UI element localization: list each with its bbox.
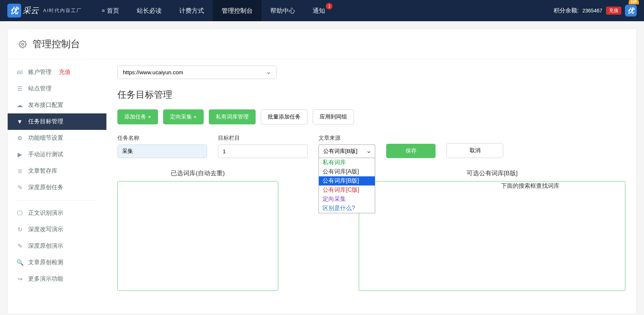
nav-console[interactable]: 管理控制台 — [213, 0, 261, 21]
sidebar-item-original-demo[interactable]: ✎深度原创演示 — [8, 238, 106, 254]
save-col: 保存 — [386, 135, 436, 158]
nav-items: ≡首页 站长必读 计费方式 管理控制台 帮助中心 通知1 — [93, 0, 334, 21]
logo-text: 采云 — [23, 5, 39, 16]
sidebar-item-settings[interactable]: ⚙功能细节设置 — [8, 130, 106, 146]
nav-notify[interactable]: 通知1 — [304, 0, 334, 21]
nav-home[interactable]: ≡首页 — [93, 0, 128, 21]
list-icon: ≡ — [102, 8, 105, 14]
apply-group-button[interactable]: 应用到同组 — [313, 109, 354, 124]
play-icon: ▶ — [16, 151, 23, 158]
sidebar-item-rewrite[interactable]: ↻深度改写演示 — [8, 221, 106, 238]
cancel-button[interactable]: 取消 — [447, 143, 503, 158]
form-row: 任务名称 目标栏目 文章来源 私有词库 公有词库[A版] 公有词库[B版] — [117, 135, 625, 158]
dd-opt-public-c[interactable]: 公有词库[C版] — [319, 185, 375, 195]
dd-opt-public-a[interactable]: 公有词库[A版] — [319, 167, 375, 176]
selected-panel: 已选词库(自动去重) — [117, 169, 278, 291]
sidebar-divider — [16, 200, 98, 200]
search-icon: 🔍 — [16, 259, 23, 266]
sidebar-item-original[interactable]: ✎深度原创任务 — [8, 179, 106, 196]
save-button[interactable]: 保存 — [386, 144, 436, 158]
site-select-wrap: https://www.ucaiyun.com — [117, 65, 276, 79]
sidebar-item-storage[interactable]: ≣文章暂存库 — [8, 163, 106, 179]
notify-badge: 1 — [326, 3, 332, 10]
cancel-col: 取消 — [447, 135, 503, 158]
dd-opt-directed[interactable]: 定向采集 — [319, 195, 375, 204]
nav-must-read[interactable]: 站长必读 — [128, 0, 170, 21]
stack-icon: ≣ — [16, 168, 23, 175]
nav-help[interactable]: 帮助中心 — [261, 0, 304, 21]
dd-opt-private[interactable]: 私有词库 — [319, 158, 375, 167]
dd-opt-whatdiff[interactable]: 区别是什么? — [319, 204, 375, 213]
main-area: https://www.ucaiyun.com 任务目标管理 添加任务 + 定向… — [106, 60, 636, 297]
add-task-button[interactable]: 添加任务 + — [117, 109, 158, 124]
share-icon: ↪ — [16, 275, 23, 282]
available-panel: 可选公有词库[B版] 下面的搜索框查找词库 — [359, 169, 625, 291]
sidebar-item-detect[interactable]: 🖵正文识别演示 — [8, 205, 106, 221]
svg-point-0 — [22, 43, 24, 45]
source-dropdown: 私有词库 公有词库[A版] 公有词库[B版] 公有词库[C版] 定向采集 区别是… — [319, 158, 375, 213]
sidebar: ılıl账户管理充值 ☰站点管理 ☁发布接口配置 ▼任务目标管理 ⚙功能细节设置… — [8, 60, 106, 297]
section-title: 任务目标管理 — [117, 89, 625, 101]
available-list[interactable] — [359, 181, 625, 291]
directed-collect-button[interactable]: 定向采集 + — [163, 109, 204, 124]
vip-badge: VIP — [629, 0, 639, 4]
avatar[interactable]: VIP 优 — [625, 5, 637, 16]
sidebar-item-tasks[interactable]: ▼任务目标管理 — [8, 113, 106, 130]
target-col: 目标栏目 — [218, 135, 308, 158]
private-lib-button[interactable]: 私有词库管理 — [209, 109, 256, 124]
page-body: 管理控制台 ılıl账户管理充值 ☰站点管理 ☁发布接口配置 ▼任务目标管理 ⚙… — [7, 29, 637, 314]
logo-icon: 优 — [7, 4, 21, 18]
available-title: 可选公有词库[B版] — [359, 169, 625, 177]
source-select[interactable] — [319, 145, 375, 158]
sidebar-item-sites[interactable]: ☰站点管理 — [8, 80, 106, 97]
edit-icon: ✎ — [16, 243, 23, 250]
action-row: 添加任务 + 定向采集 + 私有词库管理 批量添加任务 应用到同组 — [117, 109, 625, 124]
sidebar-item-test[interactable]: ▶手动运行测试 — [8, 146, 106, 163]
points-label: 积分余额: — [554, 7, 579, 15]
dd-opt-public-b[interactable]: 公有词库[B版] — [319, 176, 375, 185]
nav-right: 积分余额: 2365467 充值 VIP 优 — [554, 5, 637, 16]
filter-icon: ▼ — [16, 119, 23, 125]
sidebar-item-publish[interactable]: ☁发布接口配置 — [8, 97, 106, 113]
nav-pricing[interactable]: 计费方式 — [170, 0, 213, 21]
edit-icon: ✎ — [16, 184, 23, 191]
content-wrap: ılıl账户管理充值 ☰站点管理 ☁发布接口配置 ▼任务目标管理 ⚙功能细节设置… — [8, 60, 636, 297]
points-value: 2365467 — [582, 8, 602, 14]
recharge-link[interactable]: 充值 — [59, 68, 71, 76]
search-hint: 下面的搜索框查找词库 — [501, 181, 560, 190]
page-header: 管理控制台 — [8, 29, 636, 60]
logo-area[interactable]: 优 采云 AI时代内容工厂 — [7, 4, 82, 18]
sidebar-item-account[interactable]: ılıl账户管理充值 — [8, 64, 106, 80]
source-label: 文章来源 — [319, 135, 375, 142]
selected-list[interactable] — [117, 181, 278, 291]
gears-icon: ⚙ — [16, 135, 23, 142]
monitor-icon: 🖵 — [16, 210, 23, 217]
source-col: 文章来源 私有词库 公有词库[A版] 公有词库[B版] 公有词库[C版] 定向采… — [319, 135, 375, 158]
sidebar-item-check[interactable]: 🔍文章原创检测 — [8, 254, 106, 271]
sidebar-item-more[interactable]: ↪更多演示功能 — [8, 271, 106, 287]
list-icon: ☰ — [16, 85, 23, 92]
cloud-icon: ☁ — [16, 102, 23, 109]
target-col-label: 目标栏目 — [218, 135, 308, 142]
target-col-input[interactable] — [218, 145, 308, 158]
refresh-icon: ↻ — [16, 226, 23, 233]
task-name-col: 任务名称 — [117, 135, 207, 158]
top-navbar: 优 采云 AI时代内容工厂 ≡首页 站长必读 计费方式 管理控制台 帮助中心 通… — [0, 0, 644, 21]
bulk-add-button[interactable]: 批量添加任务 — [261, 109, 308, 124]
gear-icon — [19, 40, 27, 48]
logo-subtitle: AI时代内容工厂 — [43, 7, 82, 14]
recharge-button[interactable]: 充值 — [606, 7, 621, 15]
source-select-wrap: 私有词库 公有词库[A版] 公有词库[B版] 公有词库[C版] 定向采集 区别是… — [319, 145, 375, 158]
selected-title: 已选词库(自动去重) — [117, 169, 278, 177]
task-name-input[interactable] — [117, 145, 207, 158]
task-name-label: 任务名称 — [117, 135, 207, 142]
chart-icon: ılıl — [16, 69, 23, 76]
page-title: 管理控制台 — [33, 38, 80, 50]
site-select[interactable]: https://www.ucaiyun.com — [117, 65, 276, 79]
